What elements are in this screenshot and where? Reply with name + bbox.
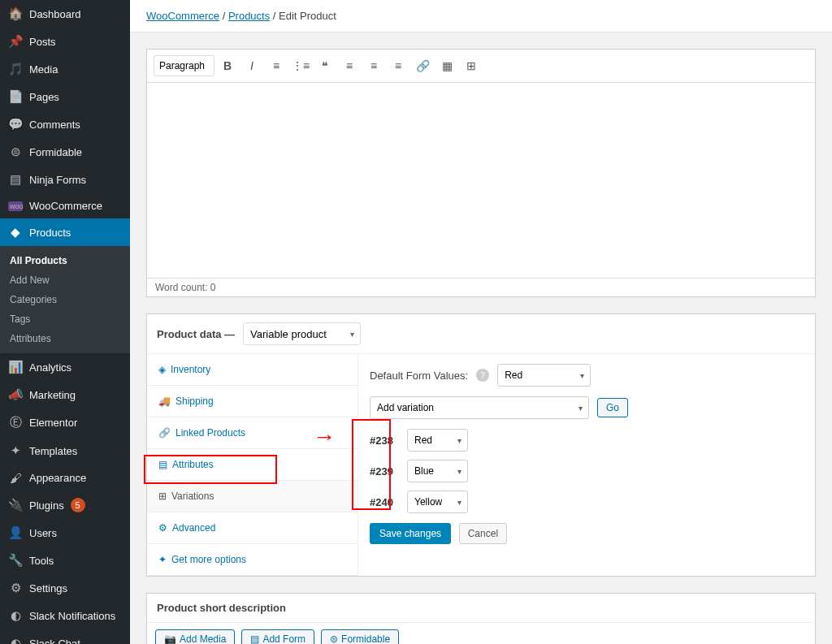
sidebar-item-media[interactable]: 🎵Media — [0, 55, 130, 83]
submenu-categories[interactable]: Categories — [0, 290, 130, 309]
variation-color-select[interactable]: Yellow — [407, 491, 468, 513]
sidebar-label: Tools — [29, 555, 54, 567]
editor-body[interactable] — [147, 83, 815, 278]
sidebar-item-products[interactable]: ◆Products — [0, 218, 130, 246]
variation-id: #238 — [370, 434, 399, 447]
submenu-all-products[interactable]: All Products — [0, 251, 130, 270]
sidebar-item-appearance[interactable]: 🖌Appearance — [0, 465, 130, 491]
sidebar-label: Comments — [29, 119, 80, 131]
marketing-icon: 📣 — [8, 387, 23, 402]
submenu-add-new[interactable]: Add New — [0, 270, 130, 290]
sidebar-label: Formidable — [29, 146, 82, 158]
users-icon: 👤 — [8, 525, 23, 540]
variation-row[interactable]: #240 Yellow — [370, 491, 804, 513]
align-left-button[interactable]: ≡ — [338, 54, 361, 77]
attributes-icon: ▤ — [158, 459, 167, 470]
variation-id: #240 — [370, 496, 399, 508]
product-data-panel: Product data — Variable product ◈Invento… — [146, 313, 816, 577]
bold-button[interactable]: B — [216, 54, 239, 77]
variation-color-select[interactable]: Red — [407, 429, 468, 452]
sidebar-item-woocommerce[interactable]: wooWooCommerce — [0, 193, 130, 218]
number-list-button[interactable]: ⋮≡ — [289, 54, 312, 77]
templates-icon: ✦ — [8, 443, 23, 458]
variation-color-select[interactable]: Blue — [407, 460, 468, 482]
tab-advanced[interactable]: ⚙Advanced — [147, 512, 358, 544]
admin-sidebar: 🏠Dashboard 📌Posts 🎵Media 📄Pages 💬Comment… — [0, 0, 130, 644]
variation-id: #239 — [370, 465, 399, 478]
sidebar-item-dashboard[interactable]: 🏠Dashboard — [0, 0, 130, 28]
align-right-button[interactable]: ≡ — [387, 54, 410, 77]
toolbar-toggle-button[interactable]: ⊞ — [460, 54, 483, 77]
media-icon: 🎵 — [8, 62, 23, 76]
sidebar-item-plugins[interactable]: 🔌Plugins 5 — [0, 491, 130, 519]
quote-button[interactable]: ❝ — [314, 54, 336, 77]
breadcrumb-products[interactable]: Products — [228, 10, 270, 22]
sidebar-item-formidable[interactable]: ⊜Formidable — [0, 138, 130, 166]
shipping-icon: 🚚 — [158, 395, 171, 407]
sidebar-item-posts[interactable]: 📌Posts — [0, 28, 130, 55]
pin-icon: 📌 — [8, 34, 23, 49]
submenu-tags[interactable]: Tags — [0, 309, 130, 329]
ninja-icon: ▤ — [8, 172, 23, 187]
sidebar-item-slack-notifications[interactable]: ◐Slack Notifications — [0, 602, 130, 629]
sidebar-item-settings[interactable]: ⚙Settings — [0, 574, 130, 602]
sidebar-item-ninja-forms[interactable]: ▤Ninja Forms — [0, 166, 130, 193]
woo-icon: woo — [8, 201, 23, 211]
product-type-select[interactable]: Variable product — [243, 322, 361, 345]
formidable-button[interactable]: ⊜Formidable — [321, 629, 399, 644]
tab-get-more[interactable]: ✦Get more options — [147, 544, 358, 576]
tab-shipping[interactable]: 🚚Shipping — [147, 386, 358, 417]
slack-icon: ◐ — [8, 636, 23, 644]
sidebar-item-templates[interactable]: ✦Templates — [0, 437, 130, 465]
elementor-icon: Ⓔ — [8, 415, 23, 430]
breadcrumb-woocommerce[interactable]: WooCommerce — [146, 10, 219, 22]
link-icon: 🔗 — [158, 427, 171, 439]
add-media-button[interactable]: 📷Add Media — [155, 629, 235, 644]
sidebar-label: Products — [29, 227, 71, 239]
sidebar-item-slack-chat[interactable]: ◐Slack Chat — [0, 629, 130, 644]
align-center-button[interactable]: ≡ — [362, 54, 385, 77]
save-changes-button[interactable]: Save changes — [370, 523, 451, 544]
editor-toolbar: Paragraph B I ≡ ⋮≡ ❝ ≡ ≡ ≡ 🔗 ▦ ⊞ — [147, 50, 815, 83]
formidable-icon: ⊜ — [8, 145, 23, 159]
default-form-select[interactable]: Red — [497, 364, 591, 387]
help-icon[interactable]: ? — [476, 369, 489, 382]
sidebar-item-comments[interactable]: 💬Comments — [0, 110, 130, 138]
sidebar-label: Elementor — [29, 417, 77, 429]
sidebar-item-users[interactable]: 👤Users — [0, 519, 130, 547]
sidebar-label: Analytics — [29, 361, 72, 374]
cancel-button[interactable]: Cancel — [459, 523, 507, 544]
breadcrumb-current: Edit Product — [279, 10, 336, 22]
sidebar-item-marketing[interactable]: 📣Marketing — [0, 381, 130, 408]
appearance-icon: 🖌 — [8, 471, 23, 485]
sidebar-label: Posts — [29, 36, 56, 48]
italic-button[interactable]: I — [240, 54, 263, 77]
bullet-list-button[interactable]: ≡ — [265, 54, 288, 77]
sidebar-item-pages[interactable]: 📄Pages — [0, 83, 130, 110]
variation-row[interactable]: #238 Red — [370, 429, 804, 452]
main-content: WooCommerce / Products / Edit Product Pa… — [130, 0, 832, 644]
sidebar-label: WooCommerce — [29, 200, 102, 212]
more-button[interactable]: ▦ — [436, 54, 458, 77]
camera-icon: 📷 — [164, 633, 176, 644]
link-button[interactable]: 🔗 — [411, 54, 434, 77]
add-form-button[interactable]: ▤Add Form — [241, 629, 314, 644]
go-button[interactable]: Go — [597, 398, 628, 417]
add-variation-select[interactable]: Add variation — [370, 396, 589, 419]
annotation-arrow: → — [313, 424, 336, 450]
short-description-panel: Product short description 📷Add Media ▤Ad… — [146, 593, 816, 644]
sidebar-item-elementor[interactable]: ⒺElementor — [0, 408, 130, 437]
submenu-attributes[interactable]: Attributes — [0, 329, 130, 348]
tab-inventory[interactable]: ◈Inventory — [147, 354, 358, 386]
sidebar-label: Slack Chat — [29, 638, 80, 645]
product-data-label: Product data — — [157, 328, 235, 340]
sidebar-item-tools[interactable]: 🔧Tools — [0, 547, 130, 574]
format-select[interactable]: Paragraph — [154, 55, 214, 76]
tab-attributes[interactable]: ▤Attributes — [147, 449, 358, 481]
variation-row[interactable]: #239 Blue — [370, 460, 804, 482]
product-data-tabs: ◈Inventory 🚚Shipping 🔗Linked Products ▤A… — [147, 354, 358, 576]
tab-variations[interactable]: ⊞Variations — [147, 481, 358, 512]
comments-icon: 💬 — [8, 117, 23, 132]
sidebar-item-analytics[interactable]: 📊Analytics — [0, 353, 130, 381]
variations-icon: ⊞ — [158, 491, 167, 502]
